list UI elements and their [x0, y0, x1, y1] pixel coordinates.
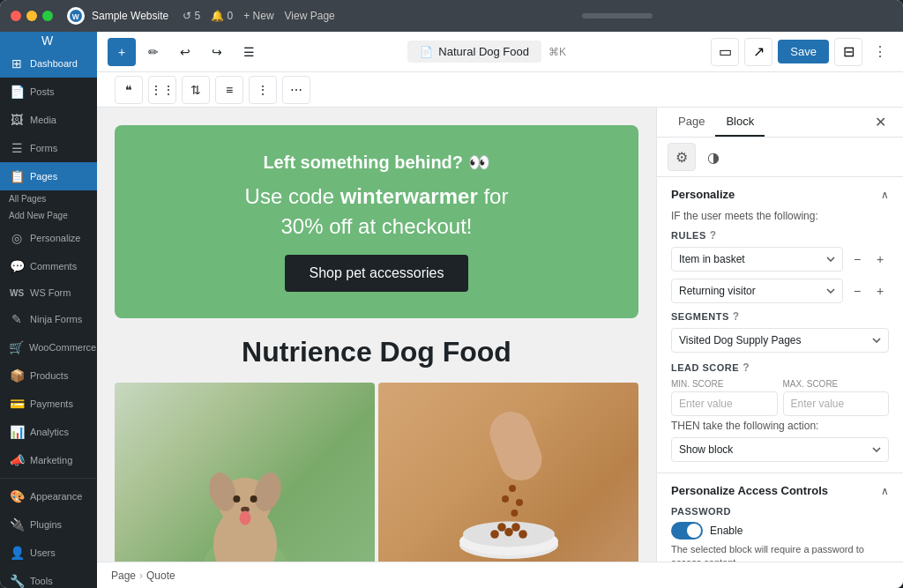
sidebar-item-posts[interactable]: 📄 Posts: [0, 78, 97, 106]
breadcrumb-page[interactable]: Page: [111, 569, 136, 582]
window-controls: [11, 11, 53, 21]
doc-title[interactable]: 📄 Natural Dog Food: [407, 41, 541, 63]
ninja-icon: ✎: [9, 312, 25, 326]
sidebar-item-plugins[interactable]: 🔌 Plugins: [0, 510, 97, 539]
sidebar-item-tools[interactable]: 🔧 Tools: [0, 567, 97, 588]
banner-cta-button[interactable]: Shop pet accessories: [285, 255, 469, 292]
align-center-btn[interactable]: ⋮: [249, 76, 277, 104]
add-new-page-link[interactable]: Add New Page: [0, 207, 97, 224]
segments-help-icon[interactable]: ?: [733, 310, 740, 323]
sidebar-item-analytics[interactable]: 📊 Analytics: [0, 418, 97, 446]
panel-close-btn[interactable]: ✕: [868, 110, 892, 135]
min-score-input[interactable]: [671, 391, 778, 416]
action-label: THEN take the following action:: [671, 420, 889, 432]
view-page-btn[interactable]: View Page: [285, 10, 335, 22]
posts-icon: 📄: [9, 85, 25, 99]
sidebar-item-wsform[interactable]: WS WS Form: [0, 280, 97, 305]
rule-1-select[interactable]: Item in basket: [671, 247, 843, 272]
sidebar-item-appearance[interactable]: 🎨 Appearance: [0, 482, 97, 510]
rule-2-plus-btn[interactable]: +: [871, 282, 889, 300]
quote-tool-btn[interactable]: ❝: [115, 76, 143, 104]
rule-1-plus-btn[interactable]: +: [871, 250, 889, 268]
svg-point-24: [516, 499, 523, 506]
sidebar-item-label: Products: [30, 370, 68, 381]
editor-toolbar: + ✏ ↩ ↪ ☰ 📄 Natural Dog Food ⌘K ▭ ↗ Save…: [97, 32, 903, 72]
lead-score-help-icon[interactable]: ?: [743, 361, 750, 374]
align-left-btn[interactable]: ≡: [215, 76, 243, 104]
users-icon: 👤: [9, 546, 25, 560]
undo-button[interactable]: ↩: [171, 38, 199, 66]
save-button[interactable]: Save: [778, 40, 829, 63]
rules-help-icon[interactable]: ?: [710, 229, 717, 242]
access-title: Personalize Access Controls: [671, 484, 828, 497]
maximize-dot[interactable]: [42, 11, 53, 21]
personalize-icon: ◎: [9, 231, 25, 245]
segments-label: SEGMENTS ?: [671, 310, 889, 323]
dog-image-left: CARE: [115, 383, 375, 562]
svg-point-26: [511, 510, 518, 517]
new-page-btn[interactable]: + New: [243, 10, 273, 22]
block-toolbar: ❝ ⋮⋮ ⇅ ≡ ⋮ ⋯: [97, 72, 903, 108]
sidebar-item-products[interactable]: 📦 Products: [0, 361, 97, 390]
close-dot[interactable]: [11, 11, 21, 21]
sidebar-item-label: WS Form: [30, 287, 71, 298]
max-score-label: MAX. SCORE: [783, 379, 890, 389]
grid-tool-btn[interactable]: ⋮⋮: [148, 76, 176, 104]
add-block-button[interactable]: +: [108, 38, 136, 66]
settings-panel-btn[interactable]: ⊟: [834, 38, 862, 66]
desktop-view-btn[interactable]: ▭: [711, 38, 739, 66]
tab-block[interactable]: Block: [715, 108, 765, 137]
app-window: W Sample Website ↺ 5 🔔 0 + New View Page…: [0, 0, 903, 588]
toolbar-center: 📄 Natural Dog Food ⌘K: [266, 41, 707, 63]
move-tool-btn[interactable]: ⇅: [182, 76, 210, 104]
edit-button[interactable]: ✏: [139, 38, 168, 66]
sidebar-item-users[interactable]: 👤 Users: [0, 539, 97, 567]
external-link-btn[interactable]: ↗: [744, 38, 772, 66]
titlebar-icons: ↺ 5 🔔 0 + New View Page: [183, 10, 335, 22]
max-score-input[interactable]: [783, 391, 890, 416]
action-select[interactable]: Show block: [671, 437, 889, 462]
sidebar-item-forms[interactable]: ☰ Forms: [0, 134, 97, 162]
segments-select[interactable]: Visited Dog Supply Pages: [671, 328, 889, 353]
banner-block[interactable]: Left something behind? 👀 Use code winter…: [115, 125, 638, 318]
tab-page[interactable]: Page: [668, 108, 715, 137]
breadcrumb-quote[interactable]: Quote: [146, 569, 175, 582]
all-pages-link[interactable]: All Pages: [0, 190, 97, 207]
list-view-button[interactable]: ☰: [235, 38, 263, 66]
dashboard-icon: ⊞: [9, 56, 25, 71]
lead-score-label: LEAD SCORE ?: [671, 361, 889, 374]
personalize-toggle-btn[interactable]: ∧: [881, 189, 889, 201]
svg-point-9: [250, 495, 257, 502]
sidebar-item-payments[interactable]: 💳 Payments: [0, 390, 97, 418]
svg-text:W: W: [72, 12, 79, 21]
redo-button[interactable]: ↪: [203, 38, 231, 66]
sidebar-item-woocommerce[interactable]: 🛒 WooCommerce: [0, 333, 97, 361]
rule-2-select[interactable]: Returning visitor: [671, 279, 843, 303]
sidebar-item-pages[interactable]: 📋 Pages: [0, 162, 97, 190]
sidebar-item-ninja[interactable]: ✎ Ninja Forms: [0, 305, 97, 333]
sidebar-item-media[interactable]: 🖼 Media: [0, 106, 97, 134]
marketing-icon: 📣: [9, 453, 25, 467]
images-row: CARE: [115, 383, 638, 562]
sidebar-item-dashboard[interactable]: ⊞ Dashboard: [0, 49, 97, 78]
personalize-subtitle: IF the user meets the following:: [671, 210, 889, 222]
sidebar-logo[interactable]: W: [0, 32, 97, 49]
more-tool-btn[interactable]: ⋯: [282, 76, 310, 104]
minimize-dot[interactable]: [26, 11, 37, 21]
sidebar-item-label: Plugins: [30, 519, 62, 530]
rule-1-minus-btn[interactable]: −: [848, 250, 866, 268]
canvas-inner: Left something behind? 👀 Use code winter…: [115, 125, 638, 562]
sidebar-item-comments[interactable]: 💬 Comments: [0, 252, 97, 280]
panel-settings-icon-btn[interactable]: ⚙: [668, 143, 696, 171]
banner-title: Left something behind? 👀: [150, 152, 603, 173]
sidebar-item-personalize[interactable]: ◎ Personalize: [0, 224, 97, 252]
more-options-btn[interactable]: ⋮: [868, 40, 892, 64]
panel-style-icon-btn[interactable]: ◑: [699, 143, 728, 171]
rule-2-minus-btn[interactable]: −: [848, 282, 866, 300]
password-toggle[interactable]: [671, 522, 703, 540]
sidebar-item-marketing[interactable]: 📣 Marketing: [0, 446, 97, 474]
access-toggle-btn[interactable]: ∧: [881, 485, 889, 497]
sidebar-item-label: Comments: [30, 261, 77, 272]
svg-point-25: [502, 495, 509, 502]
right-panel: Page Block ✕ ⚙ ◑ Personalize ∧: [656, 108, 903, 562]
